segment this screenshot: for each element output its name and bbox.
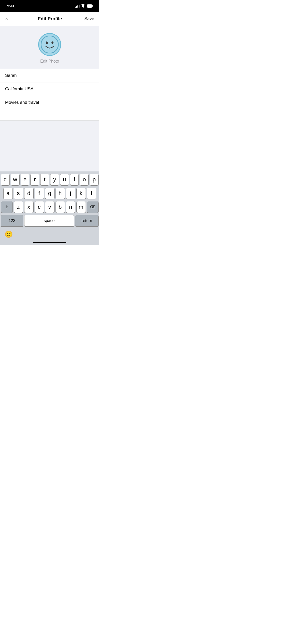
key-z[interactable]: z <box>14 201 23 213</box>
key-t[interactable]: t <box>40 174 49 185</box>
keyboard-row-3: ⇧ z x c v b n m ⌫ <box>1 201 98 213</box>
wifi-icon <box>81 4 85 8</box>
keyboard-bottom: 🙂 <box>1 229 98 240</box>
key-y[interactable]: y <box>50 174 59 185</box>
form-fields: Movies and travel <box>0 69 99 121</box>
key-v[interactable]: v <box>45 201 54 213</box>
keyboard-row-4: 123 space return <box>1 215 98 226</box>
name-input[interactable] <box>5 73 94 78</box>
status-icons <box>75 4 93 8</box>
key-o[interactable]: o <box>80 174 88 185</box>
key-h[interactable]: h <box>56 188 65 199</box>
emoji-button[interactable]: 🙂 <box>5 230 13 238</box>
key-g[interactable]: g <box>45 188 54 199</box>
home-indicator <box>33 242 66 243</box>
delete-key[interactable]: ⌫ <box>87 201 98 213</box>
key-r[interactable]: r <box>31 174 39 185</box>
avatar-image <box>41 36 59 53</box>
empty-space <box>0 121 99 171</box>
key-n[interactable]: n <box>66 201 75 213</box>
return-key[interactable]: return <box>75 215 98 226</box>
key-q[interactable]: q <box>1 174 9 185</box>
key-w[interactable]: w <box>11 174 19 185</box>
bio-input[interactable]: Movies and travel <box>5 100 94 115</box>
key-b[interactable]: b <box>56 201 65 213</box>
svg-rect-1 <box>87 5 92 7</box>
space-key[interactable]: space <box>24 215 74 226</box>
nav-header: × Edit Profile Save <box>0 12 99 26</box>
svg-point-4 <box>46 41 48 44</box>
svg-point-5 <box>51 41 53 44</box>
key-k[interactable]: k <box>77 188 86 199</box>
edit-photo-label[interactable]: Edit Photo <box>40 59 59 64</box>
key-d[interactable]: d <box>24 188 33 199</box>
key-c[interactable]: c <box>35 201 44 213</box>
keyboard-row-2: a s d f g h j k l <box>1 188 98 199</box>
key-e[interactable]: e <box>21 174 29 185</box>
key-p[interactable]: p <box>90 174 98 185</box>
key-j[interactable]: j <box>66 188 75 199</box>
numbers-key[interactable]: 123 <box>1 215 23 226</box>
key-x[interactable]: x <box>24 201 33 213</box>
key-m[interactable]: m <box>77 201 86 213</box>
key-f[interactable]: f <box>35 188 44 199</box>
save-button[interactable]: Save <box>84 16 94 21</box>
key-s[interactable]: s <box>14 188 23 199</box>
status-bar: 9:41 <box>0 0 99 12</box>
key-l[interactable]: l <box>87 188 96 199</box>
key-a[interactable]: a <box>4 188 12 199</box>
location-input[interactable] <box>5 86 94 92</box>
battery-icon <box>87 4 93 8</box>
signal-icon <box>75 5 79 8</box>
bio-field-row: Movies and travel <box>0 96 99 121</box>
keyboard: q w e r t y u i o p a s d f g h j k l ⇧ … <box>0 171 99 245</box>
svg-point-3 <box>41 36 58 53</box>
status-time: 9:41 <box>7 4 15 8</box>
svg-rect-2 <box>92 5 93 7</box>
keyboard-row-1: q w e r t y u i o p <box>1 174 98 185</box>
key-i[interactable]: i <box>70 174 79 185</box>
key-u[interactable]: u <box>60 174 69 185</box>
close-button[interactable]: × <box>5 16 15 22</box>
shift-key[interactable]: ⇧ <box>1 201 12 213</box>
avatar-section: Edit Photo <box>0 26 99 69</box>
page-title: Edit Profile <box>38 16 62 22</box>
name-field-row <box>0 69 99 82</box>
avatar[interactable] <box>38 33 61 56</box>
location-field-row <box>0 82 99 96</box>
